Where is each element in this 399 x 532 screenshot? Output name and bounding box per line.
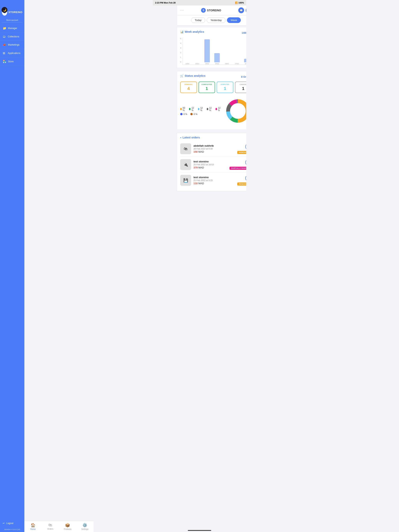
bar-chart-bars: 22/0223/0224/0225/0226/0227/0228/02 [183,39,246,65]
order-thumbnail: 🔌 [180,159,191,170]
order-thumbnail: 🛍 [180,143,191,154]
bar-group: 22/02 [183,39,192,65]
status-analytics-title: 🛒 Status analytics [180,74,206,77]
order-item: 💾test storeino25 Feb 2022 at 9:15110 MAD… [180,172,246,188]
order-date: 25 Feb 2022 at 9:15 [193,179,235,182]
orders-list: 🛍abdellah oukhrib28 Feb 2022 at 8:39150 … [180,141,246,188]
order-item: 🛍abdellah oukhrib28 Feb 2022 at 8:39150 … [180,141,246,157]
bar-group: 23/02 [193,39,202,65]
topbar-actions: 💬 🔤 [238,7,246,13]
order-actions: 📞PENDING ▼ [237,175,246,186]
status-bar: 2:23 PM Mon Feb 28 📶 100% [153,0,246,6]
cancelled-label: CANCEL [237,83,246,85]
legend-dot-lightblue [198,108,200,110]
tab-today[interactable]: Today [191,17,205,23]
order-info: abdellah oukhrib28 Feb 2022 at 8:39150 M… [193,144,235,153]
donut-svg [224,97,246,125]
bar-group: 28/02 [242,39,246,65]
translate-button[interactable]: 🔤 [246,7,246,13]
topbar-logo-icon: S [201,8,206,13]
order-date: 25 Feb 2022 at 16:53 [193,163,227,166]
wifi-icon: 📶 [235,1,238,4]
completed-value: 1 [200,86,214,91]
bar-chart: 22/0223/0224/0225/0226/0227/0228/02 [182,38,246,65]
bar-date-label: 23/02 [195,63,199,65]
legend-dot-blue [180,113,183,115]
bar-date-label: 22/02 [185,63,189,65]
main-content: ··· S STOREINO 💬 🔤 Today Yesterday Week … [177,6,246,532]
bar-chart-wrapper: 5 4 3 2 1 0 22/0223/0224/0225/0226/0227/… [180,38,246,65]
status-card-disputed: DISPUTED 1 [217,82,233,93]
bar [204,39,210,62]
order-status-badge[interactable]: PENDING ▼ [237,151,246,154]
topbar-logo: S STOREINO [201,8,221,13]
legend-dot-orange [180,108,182,110]
donut-area: 50 % 12 % 12 % 12 % [180,95,246,127]
call-button[interactable]: 📞 [245,175,246,181]
order-info: test storeino25 Feb 2022 at 16:53379 MAD [193,160,227,169]
order-amount: 379 MAD [193,166,227,169]
legend-dot-green [189,108,191,110]
order-item: 🔌test storeino25 Feb 2022 at 16:53379 MA… [180,157,246,172]
bar-date-label: 25/02 [215,63,219,65]
status-time: 2:23 PM Mon Feb 28 [155,1,175,4]
legend-row-2: 0 % 0 % [180,113,221,115]
week-analytics-header: 📊 Week analytics 1488 DH [180,30,246,35]
order-info: test storeino25 Feb 2022 at 9:15110 MAD [193,176,235,185]
call-button[interactable]: 📞 [245,144,246,150]
topbar-logo-text: STOREINO [207,9,221,12]
status-card-pending: PENDING 4 [180,82,197,93]
svg-point-7 [230,103,246,119]
cancelled-value: 1 [237,86,246,91]
status-card-completed: COMPLETED 1 [199,82,215,93]
chat-button[interactable]: 💬 [238,7,244,13]
bar-group: 24/02 [202,39,212,65]
week-analytics-title: 📊 Week analytics [180,30,204,33]
legend-dot-gray [207,108,208,110]
order-status-badge[interactable]: PARTIALLYSHIP... ▼ [230,167,246,170]
order-name: abdellah oukhrib [193,144,235,147]
chart-icon: 📊 [180,30,184,33]
order-status-badge[interactable]: PENDING ▼ [237,183,246,186]
bar-group: 26/02 [222,39,232,65]
order-amount: 150 MAD [193,150,235,153]
disputed-label: DISPUTED [218,83,232,85]
bar-date-label: 24/02 [205,63,209,65]
bar [214,53,220,62]
status-cards: PENDING 4 COMPLETED 1 DISPUTED 1 CANCEL … [180,82,246,93]
disputed-value: 1 [218,86,232,91]
week-analytics-section: 📊 Week analytics 1488 DH 5 4 3 2 1 0 22/… [177,27,246,68]
bar-date-label: 27/02 [235,63,239,65]
status-analytics-header: 🛒 Status analytics 8 Orders [180,74,246,79]
legend-dot-pink [215,108,217,110]
orders-count: 8 Orders [241,75,246,78]
period-tabs: Today Yesterday Week [177,15,246,25]
pending-label: PENDING [182,83,195,85]
status-card-cancelled: CANCEL 1 [235,82,246,93]
battery-icon: 100% [238,1,244,4]
donut-chart [224,97,246,125]
shopping-icon: 🛒 [180,74,184,77]
bar [244,59,246,62]
legend-row-1: 50 % 12 % 12 % 12 % [180,107,221,111]
legend-item-pink: 12 % [215,107,221,111]
tab-week[interactable]: Week [227,17,241,23]
order-actions: 📞PENDING ▼ [237,144,246,154]
bar-date-label: 28/02 [245,63,246,65]
topbar: ··· S STOREINO 💬 🔤 [177,6,246,15]
home-indicator [188,530,211,531]
status-analytics-section: 🛒 Status analytics 8 Orders PENDING 4 CO… [177,71,246,129]
bar-group: 27/02 [232,39,242,65]
tab-yesterday[interactable]: Yesterday [207,17,225,23]
donut-legend: 50 % 12 % 12 % 12 % [180,107,221,115]
latest-orders-title: ● Latest orders [180,136,246,139]
bar-group: 25/02 [212,39,222,65]
call-button[interactable]: 📞 [245,159,246,165]
legend-item-gray: 12 % [207,107,212,111]
status-icons: 📶 100% [235,1,244,4]
week-analytics-amount: 1488 DH [242,31,246,34]
order-name: test storeino [193,160,227,163]
legend-item-brown: 0 % [190,113,197,115]
pending-value: 4 [182,86,195,91]
order-name: test storeino [193,176,235,179]
